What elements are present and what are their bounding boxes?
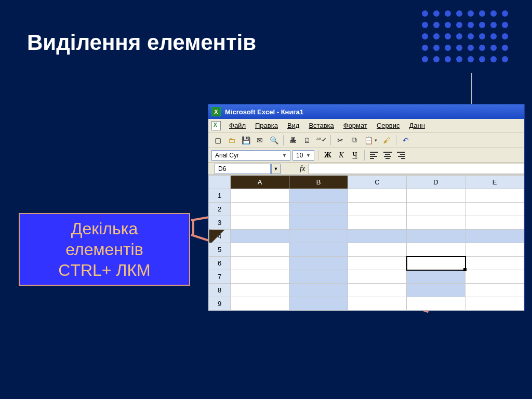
spellcheck-icon[interactable]: ᴬᴮ✔ bbox=[315, 134, 327, 147]
undo-icon[interactable]: ↶ bbox=[400, 134, 412, 147]
cell[interactable] bbox=[289, 297, 348, 311]
cell[interactable] bbox=[289, 216, 348, 230]
font-size-selector[interactable]: 10 ▼ bbox=[292, 150, 314, 161]
worksheet-grid[interactable]: A B C D E 1 2 bbox=[208, 175, 524, 311]
col-header-A[interactable]: A bbox=[231, 176, 289, 189]
cell[interactable] bbox=[231, 270, 289, 284]
cell[interactable] bbox=[289, 203, 348, 216]
cell[interactable] bbox=[407, 243, 466, 257]
cell[interactable] bbox=[348, 284, 407, 297]
menu-insert[interactable]: Вставка bbox=[304, 120, 338, 131]
cell[interactable] bbox=[407, 270, 466, 284]
menu-bar: Файл Правка Вид Вставка Формат Сервис Да… bbox=[208, 119, 524, 132]
align-right-button[interactable] bbox=[395, 150, 407, 161]
row-header-1[interactable]: 1 bbox=[209, 189, 231, 203]
menu-data[interactable]: Данн bbox=[405, 120, 429, 131]
cell[interactable] bbox=[289, 270, 348, 284]
cell[interactable] bbox=[231, 216, 289, 230]
row-header-8[interactable]: 8 bbox=[209, 284, 231, 297]
cell-active[interactable] bbox=[407, 257, 466, 270]
col-header-C[interactable]: C bbox=[348, 176, 407, 189]
menu-file[interactable]: Файл bbox=[225, 120, 250, 131]
cell[interactable] bbox=[289, 257, 348, 270]
cell[interactable] bbox=[348, 270, 407, 284]
cell[interactable] bbox=[407, 297, 466, 311]
cell[interactable] bbox=[231, 189, 289, 203]
cell[interactable] bbox=[466, 203, 524, 216]
cell[interactable] bbox=[466, 216, 524, 230]
italic-button[interactable]: К bbox=[336, 150, 347, 161]
paste-icon[interactable]: 📋 bbox=[362, 134, 375, 147]
col-header-E[interactable]: E bbox=[466, 176, 524, 189]
font-name-selector[interactable]: Arial Cyr ▼ bbox=[211, 150, 290, 161]
row-header-6[interactable]: 6 bbox=[209, 257, 231, 270]
cell[interactable] bbox=[348, 189, 407, 203]
menu-format[interactable]: Формат bbox=[339, 120, 371, 131]
cut-icon[interactable]: ✂ bbox=[334, 134, 347, 147]
cell[interactable] bbox=[231, 230, 289, 243]
align-left-button[interactable] bbox=[368, 150, 380, 161]
cell[interactable] bbox=[348, 216, 407, 230]
cell[interactable] bbox=[466, 297, 524, 311]
cell[interactable] bbox=[407, 203, 466, 216]
copy-icon[interactable]: ⧉ bbox=[348, 134, 361, 147]
open-icon[interactable]: 🗀 bbox=[225, 134, 238, 147]
fx-label[interactable]: fx bbox=[300, 165, 305, 173]
cell[interactable] bbox=[407, 189, 466, 203]
menu-view[interactable]: Вид bbox=[283, 120, 304, 131]
cell[interactable] bbox=[289, 189, 348, 203]
cell[interactable] bbox=[231, 203, 289, 216]
cell[interactable] bbox=[289, 230, 348, 243]
search-icon[interactable]: 🔍 bbox=[268, 134, 280, 147]
mail-icon[interactable]: ✉ bbox=[254, 134, 266, 147]
cell[interactable] bbox=[466, 230, 524, 243]
title-bar[interactable]: X Microsoft Excel - Книга1 bbox=[208, 104, 524, 119]
new-icon[interactable]: ▢ bbox=[211, 134, 224, 147]
chevron-down-icon[interactable]: ▼ bbox=[271, 164, 281, 174]
cell[interactable] bbox=[348, 203, 407, 216]
cell[interactable] bbox=[466, 243, 524, 257]
separator bbox=[330, 135, 331, 145]
chevron-down-icon[interactable]: ▼ bbox=[306, 153, 311, 158]
cell[interactable] bbox=[466, 189, 524, 203]
cell[interactable] bbox=[231, 257, 289, 270]
cell[interactable] bbox=[231, 243, 289, 257]
save-icon[interactable]: 💾 bbox=[240, 134, 252, 147]
name-box[interactable]: D6 ▼ bbox=[215, 164, 271, 174]
row-header-7[interactable]: 7 bbox=[209, 270, 231, 284]
cell[interactable] bbox=[407, 284, 466, 297]
preview-icon[interactable]: 🗎 bbox=[301, 134, 313, 147]
print-icon[interactable]: 🖶 bbox=[287, 134, 299, 147]
cell[interactable] bbox=[231, 297, 289, 311]
cell[interactable] bbox=[407, 230, 466, 243]
cell[interactable] bbox=[348, 243, 407, 257]
cell[interactable] bbox=[466, 270, 524, 284]
row-header-9[interactable]: 9 bbox=[209, 297, 231, 311]
col-header-D[interactable]: D bbox=[407, 176, 466, 189]
row-header-3[interactable]: 3 bbox=[209, 216, 231, 230]
paste-dropdown[interactable]: ▾ bbox=[375, 138, 379, 143]
col-header-B[interactable]: B bbox=[289, 176, 348, 189]
formula-bar-input[interactable] bbox=[308, 164, 524, 174]
cell[interactable] bbox=[348, 257, 407, 270]
cell[interactable] bbox=[348, 297, 407, 311]
align-center-button[interactable] bbox=[382, 150, 393, 161]
menu-tools[interactable]: Сервис bbox=[373, 120, 404, 131]
row-header-5[interactable]: 5 bbox=[209, 243, 231, 257]
row-header-4[interactable]: 4 bbox=[209, 230, 231, 243]
menu-edit[interactable]: Правка bbox=[251, 120, 282, 131]
cell[interactable] bbox=[289, 243, 348, 257]
bold-button[interactable]: Ж bbox=[322, 150, 334, 161]
cell[interactable] bbox=[466, 284, 524, 297]
excel-window: X Microsoft Excel - Книга1 Файл Правка В… bbox=[208, 104, 525, 311]
format-painter-icon[interactable]: 🖌 bbox=[380, 134, 393, 147]
cell[interactable] bbox=[289, 284, 348, 297]
cell[interactable] bbox=[231, 284, 289, 297]
underline-button[interactable]: Ч bbox=[349, 150, 361, 161]
select-all-corner[interactable] bbox=[209, 176, 231, 189]
row-header-2[interactable]: 2 bbox=[209, 203, 231, 216]
cell[interactable] bbox=[407, 216, 466, 230]
cell[interactable] bbox=[466, 257, 524, 270]
chevron-down-icon[interactable]: ▼ bbox=[282, 153, 287, 158]
cell[interactable] bbox=[348, 230, 407, 243]
